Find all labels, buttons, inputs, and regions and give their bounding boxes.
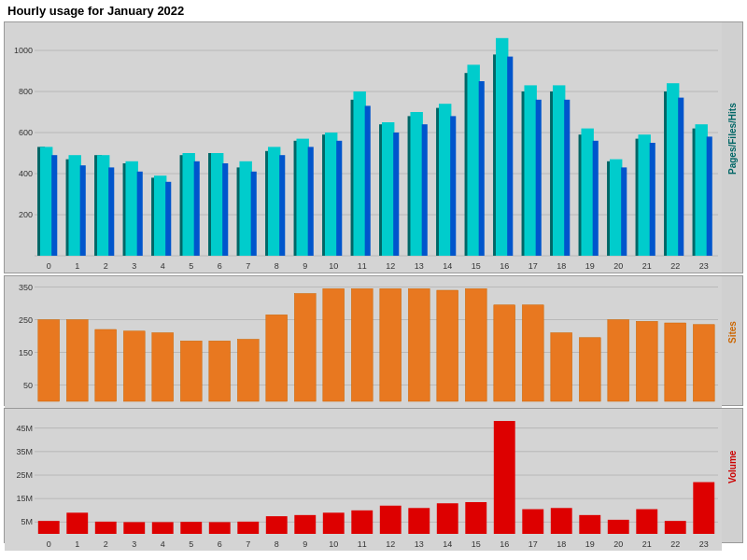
main-container: Hourly usage for January 2022 Pages/File… — [0, 0, 747, 560]
top-canvas — [5, 22, 722, 273]
mid-y-label: Sites — [722, 276, 742, 388]
bot-canvas — [5, 409, 722, 551]
mid-canvas — [5, 276, 722, 418]
top-chart: Pages/Files/Hits — [4, 21, 743, 273]
charts-wrapper: Pages/Files/Hits Sites Volume — [4, 21, 743, 549]
chart-title: Hourly usage for January 2022 — [4, 4, 743, 18]
mid-chart: Sites — [4, 275, 743, 406]
bot-chart: Volume — [4, 408, 743, 543]
top-y-label: Pages/Files/Hits — [722, 22, 742, 256]
bot-y-label: Volume — [722, 409, 742, 525]
